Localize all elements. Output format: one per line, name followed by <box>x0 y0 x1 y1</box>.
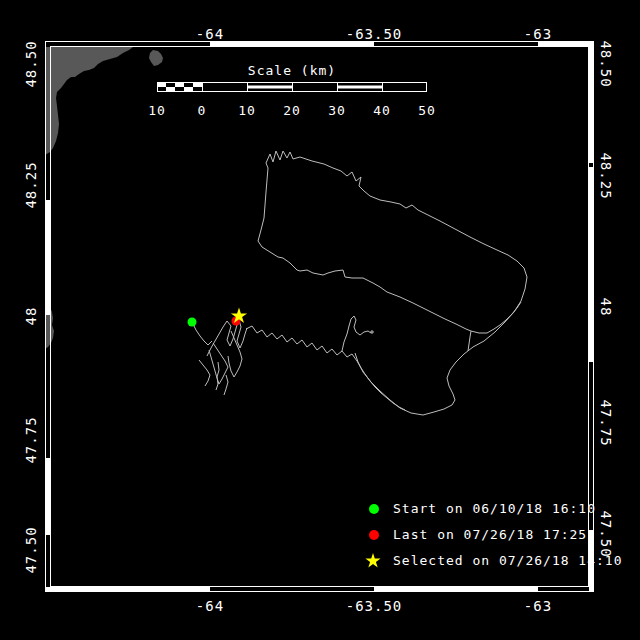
track-path <box>471 302 521 333</box>
track-path <box>193 324 212 345</box>
map-marker-start[interactable] <box>188 318 197 327</box>
land-polygon <box>149 50 163 66</box>
legend-markers <box>365 504 380 568</box>
scalebar-tick-6: 50 <box>418 103 436 118</box>
map-canvas <box>0 0 640 640</box>
axis-label-left-1: 48.25 <box>23 161 39 208</box>
track-path <box>246 326 405 410</box>
scalebar-tick-4: 30 <box>328 103 346 118</box>
track-path <box>371 331 373 333</box>
axis-label-right-2: 48 <box>598 298 614 317</box>
plot-window: -64 -63.50 -63 -64 -63.50 -63 48.50 48.2… <box>0 0 640 640</box>
axis-label-bottom-2: -63 <box>524 598 552 614</box>
track-path <box>207 320 247 356</box>
scalebar-tick-0: 10 <box>148 103 166 118</box>
axis-label-left-0: 48.50 <box>23 40 39 87</box>
legend-marker-1 <box>369 530 379 540</box>
scalebar-graphic <box>157 82 427 92</box>
frame-band-segment <box>45 587 210 592</box>
land-layer <box>45 47 163 349</box>
frame-band-segment <box>45 458 50 535</box>
frame-band-segment <box>589 167 594 362</box>
axis-label-top-0: -64 <box>196 26 224 42</box>
axis-label-right-3: 47.75 <box>598 399 614 446</box>
scalebar-tick-5: 40 <box>373 103 391 118</box>
axis-label-right-4: 47.50 <box>598 510 614 557</box>
axis-label-bottom-0: -64 <box>196 598 224 614</box>
axis-label-top-1: -63.50 <box>346 26 403 42</box>
axis-label-right-0: 48.50 <box>598 40 614 87</box>
frame-band-segment <box>45 200 50 315</box>
legend-marker-0 <box>369 504 379 514</box>
track-path <box>199 360 210 386</box>
scalebar-tick-3: 20 <box>283 103 301 118</box>
frame-band-segment <box>374 587 538 592</box>
legend-label-last: Last on 07/26/18 17:25 <box>393 527 587 542</box>
scalebar-checker-cell <box>175 82 184 87</box>
legend-label-selected: Selected on 07/26/18 14:10 <box>393 553 623 568</box>
axis-label-left-4: 47.50 <box>23 526 39 573</box>
axis-label-top-2: -63 <box>524 26 552 42</box>
axis-label-bottom-1: -63.50 <box>346 598 403 614</box>
scalebar-stripe <box>247 86 292 89</box>
track-path <box>258 241 471 351</box>
scalebar-title: Scale (km) <box>248 63 336 78</box>
drifter-track <box>193 151 527 415</box>
track-path <box>228 331 242 377</box>
axis-label-left-3: 47.75 <box>23 416 39 463</box>
scalebar-checker-cell <box>184 87 193 92</box>
axis-label-right-1: 48.25 <box>598 152 614 199</box>
scalebar-checker-cell <box>166 87 175 92</box>
track-path <box>258 151 527 415</box>
scalebar-stripe <box>337 86 382 89</box>
track-path <box>224 375 228 395</box>
scalebar-checker-cell <box>157 82 166 87</box>
axis-label-left-2: 48 <box>23 307 39 326</box>
scalebar-tick-2: 10 <box>238 103 256 118</box>
track-path <box>342 316 371 351</box>
frame-band-segment <box>589 41 594 163</box>
scalebar-tick-1: 0 <box>198 103 207 118</box>
land-polygon <box>45 47 133 155</box>
legend-marker-2 <box>365 553 380 568</box>
legend-label-start: Start on 06/10/18 16:10 <box>393 501 596 516</box>
track-markers <box>188 308 248 327</box>
scalebar-checker-cell <box>193 82 202 87</box>
